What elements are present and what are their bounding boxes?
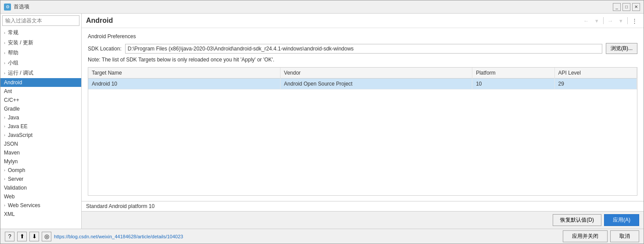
panel-title: Android — [86, 17, 113, 25]
nav-back-button[interactable]: ← — [581, 16, 591, 25]
sdk-location-row: SDK Location: 浏览(B)... — [88, 43, 637, 54]
chevron-right-icon: › — [4, 71, 5, 75]
cell-target-name: Android 10 — [88, 79, 280, 90]
export-icon-button[interactable]: ⬆ — [17, 232, 27, 241]
import-icon-button[interactable]: ⬇ — [29, 232, 39, 241]
status-text: Standard Android platform 10 — [86, 203, 155, 209]
sdk-targets-table: Target Name Vendor Platform API Level An… — [88, 67, 637, 196]
sidebar-item-maven[interactable]: Maven — [0, 148, 81, 157]
sidebar-item-label: 常规 — [8, 29, 78, 36]
nav-buttons: ← ▾ → ▾ ⋮ — [581, 16, 639, 25]
sidebar-item-help[interactable]: › 帮助 — [0, 48, 81, 58]
bottom-right-buttons: 应用并关闭 取消 — [563, 230, 639, 242]
cell-platform: 10 — [472, 79, 554, 90]
sidebar-item-label: Ant — [4, 88, 78, 94]
sidebar-item-java[interactable]: › Java — [0, 113, 81, 122]
sidebar-item-label: Maven — [4, 150, 78, 156]
sidebar-item-xml[interactable]: XML — [0, 210, 81, 219]
chevron-right-icon: › — [4, 133, 5, 137]
sidebar-item-web-services[interactable]: › Web Services — [0, 201, 81, 210]
targets-table: Target Name Vendor Platform API Level An… — [88, 68, 637, 90]
sidebar-item-label: Web Services — [8, 202, 78, 208]
cell-api-level: 29 — [554, 79, 637, 90]
browse-button[interactable]: 浏览(B)... — [606, 43, 637, 54]
nav-menu-button[interactable]: ⋮ — [630, 16, 639, 25]
window-title: 首选项 — [14, 3, 29, 11]
cancel-button[interactable]: 取消 — [610, 230, 639, 242]
sidebar-item-label: C/C++ — [4, 97, 78, 103]
info-icon-button[interactable]: ◎ — [42, 232, 51, 241]
sidebar-item-label: Web — [4, 194, 78, 200]
chevron-right-icon: › — [4, 51, 5, 55]
main-content: › 常规 › 安装 / 更新 › 帮助 › 小组 › 运行 / 调试 Andro… — [0, 14, 644, 229]
nav-divider — [603, 17, 604, 24]
nav-divider — [627, 17, 628, 24]
sidebar-item-ant[interactable]: Ant — [0, 87, 81, 96]
apply-close-button[interactable]: 应用并关闭 — [563, 230, 608, 242]
maximize-button[interactable]: □ — [622, 3, 630, 11]
restore-defaults-button[interactable]: 恢复默认值(D) — [553, 214, 601, 226]
sidebar-item-server[interactable]: › Server — [0, 175, 81, 183]
sidebar-item-label: Java EE — [8, 123, 78, 129]
bottom-bar: ? ⬆ ⬇ ◎ https://blog.csdn.net/weixin_441… — [0, 229, 644, 244]
sidebar-item-mylyn[interactable]: Mylyn — [0, 157, 81, 166]
sidebar-item-web[interactable]: Web — [0, 192, 81, 201]
chevron-right-icon: › — [4, 31, 5, 35]
table-row[interactable]: Android 10 Android Open Source Project 1… — [88, 79, 637, 90]
sidebar-item-general[interactable]: › 常规 — [0, 28, 81, 38]
action-row: 恢复默认值(D) 应用(A) — [82, 211, 644, 229]
chevron-right-icon: › — [4, 61, 5, 65]
chevron-right-icon: › — [4, 203, 5, 208]
status-bar: Standard Android platform 10 — [82, 201, 644, 211]
sidebar-item-javascript[interactable]: › JavaScript — [0, 131, 81, 140]
apply-button[interactable]: 应用(A) — [604, 214, 639, 226]
sidebar-item-java-ee[interactable]: › Java EE — [0, 122, 81, 131]
panel-header: Android ← ▾ → ▾ ⋮ — [82, 14, 644, 28]
right-panel: Android ← ▾ → ▾ ⋮ Android Preferences SD… — [82, 14, 644, 229]
sidebar-item-team[interactable]: › 小组 — [0, 58, 81, 68]
note-text: Note: The list of SDK Targets below is o… — [88, 57, 637, 63]
sidebar-item-label: 小组 — [8, 59, 78, 67]
sidebar-item-label: Android — [4, 79, 78, 86]
help-icon-button[interactable]: ? — [5, 232, 14, 241]
sidebar-item-json[interactable]: JSON — [0, 140, 81, 148]
sidebar-item-label: Validation — [4, 185, 78, 191]
sidebar-item-label: Mylyn — [4, 158, 78, 165]
title-bar-buttons: _ □ ✕ — [613, 3, 640, 11]
filter-input[interactable] — [2, 15, 79, 26]
title-bar: ⚙ 首选项 _ □ ✕ — [0, 0, 644, 14]
nav-forward-button[interactable]: → — [605, 16, 615, 25]
nav-forward-dropdown-button[interactable]: ▾ — [616, 16, 626, 25]
sidebar-item-label: Gradle — [4, 106, 78, 112]
sidebar-item-cpp[interactable]: C/C++ — [0, 96, 81, 104]
cell-vendor: Android Open Source Project — [280, 79, 472, 90]
sidebar-item-android[interactable]: Android — [0, 78, 81, 87]
minimize-button[interactable]: _ — [613, 3, 621, 11]
chevron-right-icon: › — [4, 124, 5, 129]
sidebar-item-label: Oomph — [8, 167, 78, 173]
sidebar-item-label: JavaScript — [8, 132, 78, 138]
title-bar-left: ⚙ 首选项 — [4, 3, 29, 11]
col-platform: Platform — [472, 68, 554, 79]
sidebar-item-label: Java — [8, 115, 78, 121]
sidebar-item-label: 帮助 — [8, 49, 78, 57]
chevron-right-icon: › — [4, 41, 5, 45]
sidebar-item-validation[interactable]: Validation — [0, 183, 81, 192]
table-header-row: Target Name Vendor Platform API Level — [88, 68, 637, 79]
status-link[interactable]: https://blog.csdn.net/weixin_44184628/ar… — [54, 234, 183, 239]
chevron-right-icon: › — [4, 177, 5, 181]
col-vendor: Vendor — [280, 68, 472, 79]
sidebar-item-install-update[interactable]: › 安装 / 更新 — [0, 38, 81, 48]
sidebar-item-oomph[interactable]: › Oomph — [0, 166, 81, 175]
panel-body: Android Preferences SDK Location: 浏览(B).… — [82, 28, 644, 201]
close-button[interactable]: ✕ — [632, 3, 640, 11]
sdk-location-input[interactable] — [125, 44, 602, 54]
sidebar-item-run-debug[interactable]: › 运行 / 调试 — [0, 68, 81, 78]
sidebar-item-label: 运行 / 调试 — [8, 69, 78, 77]
section-title: Android Preferences — [88, 33, 637, 39]
sidebar-item-label: XML — [4, 211, 78, 217]
col-target-name: Target Name — [88, 68, 280, 79]
nav-back-dropdown-button[interactable]: ▾ — [592, 16, 601, 25]
sidebar-item-gradle[interactable]: Gradle — [0, 104, 81, 113]
sidebar-item-label: JSON — [4, 141, 78, 147]
